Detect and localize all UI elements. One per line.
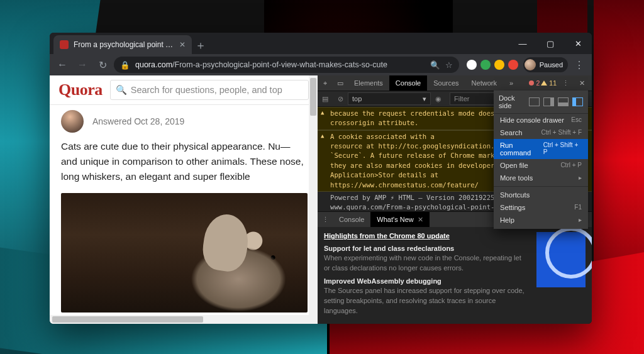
- close-icon[interactable]: ✕: [418, 216, 423, 224]
- device-toolbar-icon[interactable]: ▭: [333, 75, 348, 91]
- url-text: quora.com/From-a-psychological-point-of-…: [135, 60, 387, 69]
- menu-item[interactable]: Hide console drawerEsc: [494, 114, 588, 126]
- menu-item-shortcut: Ctrl + P: [560, 162, 582, 169]
- window-minimize-button[interactable]: ―: [509, 33, 536, 54]
- menu-item[interactable]: SettingsF1: [494, 201, 588, 214]
- more-tabs-button[interactable]: »: [503, 75, 519, 91]
- dock-right-icon[interactable]: [572, 97, 583, 106]
- window-maximize-button[interactable]: ▢: [536, 33, 564, 54]
- menu-item-label: Search: [500, 129, 522, 136]
- live-expression-icon[interactable]: ◉: [431, 95, 446, 103]
- drawer-menu-icon[interactable]: ⋮: [318, 212, 333, 227]
- answer-meta: Answered Oct 28, 2019: [92, 116, 184, 126]
- whats-new-headline: Highlights from the Chrome 80 update: [324, 232, 528, 240]
- zoom-icon[interactable]: 🔍: [430, 60, 440, 70]
- lock-icon: 🔒: [120, 60, 130, 70]
- nav-back-button[interactable]: ←: [53, 56, 71, 74]
- nav-reload-button[interactable]: ↻: [94, 56, 111, 74]
- menu-item-shortcut: Esc: [571, 116, 582, 124]
- menu-item-label: Run command: [500, 141, 543, 157]
- answer-text: Cats are cute due to their physical appe…: [61, 139, 308, 184]
- search-placeholder: Search for questions, people, and top: [131, 85, 282, 95]
- dock-side-label: Dock side: [499, 94, 529, 109]
- console-filter-input[interactable]: Filter: [450, 92, 496, 105]
- devtools-close-icon[interactable]: ✕: [574, 79, 589, 87]
- menu-item[interactable]: Open fileCtrl + P: [494, 159, 588, 172]
- menu-item-shortcut: Ctrl + Shift + P: [543, 141, 582, 157]
- whats-new-illustration: [536, 232, 586, 287]
- page-viewport: Quora 🔍 Search for questions, people, an…: [50, 75, 318, 324]
- menu-item[interactable]: More tools▸: [494, 172, 588, 184]
- extension-icon[interactable]: [494, 60, 504, 70]
- tab-console[interactable]: Console: [389, 75, 427, 91]
- extension-icon[interactable]: [508, 60, 518, 70]
- vertical-scrollbar[interactable]: [309, 75, 318, 324]
- chevron-down-icon: ▾: [423, 95, 426, 103]
- scroll-thumb[interactable]: [52, 316, 203, 323]
- whats-new-section-desc: The Sources panel has increased support …: [324, 286, 528, 316]
- drawer-tab-console[interactable]: Console: [333, 212, 370, 227]
- quora-logo[interactable]: Quora: [58, 80, 103, 99]
- menu-item[interactable]: Help▸: [494, 214, 588, 226]
- favicon: [60, 40, 69, 49]
- omnibox[interactable]: 🔒 quora.com/From-a-psychological-point-o…: [114, 57, 459, 73]
- warning-count-badge[interactable]: 11: [541, 79, 557, 87]
- sidebar-toggle-icon[interactable]: ▤: [318, 95, 333, 103]
- menu-item-shortcut: F1: [574, 204, 582, 211]
- dock-bottom-icon[interactable]: [558, 97, 569, 106]
- menu-item-shortcut: ▸: [579, 174, 582, 182]
- avatar: [525, 59, 536, 70]
- inspect-element-icon[interactable]: ⌖: [318, 75, 333, 91]
- menu-item-label: Hide console drawer: [500, 116, 564, 124]
- browser-tab[interactable]: From a psychological point of vie ✕: [53, 35, 192, 54]
- whats-new-section-desc: When experimenting with new code in the …: [324, 253, 528, 274]
- dock-undock-icon[interactable]: [529, 97, 540, 106]
- address-bar: ← → ↻ 🔒 quora.com/From-a-psychological-p…: [50, 54, 592, 75]
- extension-icon[interactable]: [480, 60, 491, 70]
- devtools-panel: ⌖ ▭ Elements Console Sources Network » 2…: [318, 75, 592, 324]
- profile-state: Paused: [540, 61, 563, 69]
- scroll-thumb[interactable]: [310, 78, 316, 116]
- context-selector[interactable]: top▾: [348, 92, 431, 105]
- menu-item-label: Settings: [500, 204, 525, 211]
- quora-search-input[interactable]: 🔍 Search for questions, people, and top: [110, 80, 309, 100]
- devtools-settings-icon[interactable]: ⋮: [558, 79, 573, 87]
- answer-image: [61, 193, 308, 313]
- menu-item-label: Open file: [500, 162, 528, 169]
- extension-icon[interactable]: [467, 60, 477, 70]
- quora-header: Quora 🔍 Search for questions, people, an…: [50, 75, 318, 105]
- tab-sources[interactable]: Sources: [427, 75, 465, 91]
- tab-elements[interactable]: Elements: [348, 75, 389, 91]
- window-close-button[interactable]: ✕: [564, 33, 592, 54]
- menu-item-label: Help: [500, 216, 514, 224]
- author-avatar[interactable]: [61, 110, 84, 133]
- drawer-tab-whats-new[interactable]: What's New✕: [370, 212, 429, 227]
- whats-new-section-title: Improved WebAssembly debugging: [324, 277, 528, 285]
- extension-row: [462, 60, 521, 70]
- menu-item-shortcut: Ctrl + Shift + F: [541, 129, 582, 136]
- menu-item-shortcut: ▸: [579, 216, 582, 224]
- error-count-badge[interactable]: 2: [529, 79, 540, 87]
- tab-strip: From a psychological point of vie ✕ ＋ ― …: [50, 33, 592, 54]
- new-tab-button[interactable]: ＋: [192, 36, 209, 54]
- clear-console-icon[interactable]: ⊘: [333, 95, 348, 103]
- chrome-menu-button[interactable]: ⋮: [570, 56, 588, 74]
- bookmark-star-icon[interactable]: ☆: [445, 60, 453, 70]
- close-tab-icon[interactable]: ✕: [179, 40, 186, 49]
- menu-item-label: Shortcuts: [500, 191, 530, 199]
- menu-item[interactable]: Run commandCtrl + Shift + P: [494, 139, 588, 159]
- horizontal-scrollbar[interactable]: [50, 315, 318, 324]
- dock-left-icon[interactable]: [543, 97, 554, 106]
- profile-chip[interactable]: Paused: [523, 57, 568, 72]
- chrome-window: From a psychological point of vie ✕ ＋ ― …: [50, 33, 592, 324]
- devtools-tabstrip: ⌖ ▭ Elements Console Sources Network » 2…: [318, 75, 592, 91]
- whats-new-section-title: Support for let and class redeclarations: [324, 245, 528, 252]
- menu-item-label: More tools: [500, 174, 533, 182]
- search-icon: 🔍: [116, 85, 127, 96]
- devtools-overflow-menu: Dock side Hide console drawerEscSearchCt…: [494, 91, 588, 229]
- menu-item[interactable]: Shortcuts: [494, 189, 588, 201]
- nav-forward-button[interactable]: →: [74, 56, 91, 74]
- tab-network[interactable]: Network: [465, 75, 503, 91]
- tab-title: From a psychological point of vie: [74, 40, 174, 49]
- menu-item[interactable]: SearchCtrl + Shift + F: [494, 126, 588, 139]
